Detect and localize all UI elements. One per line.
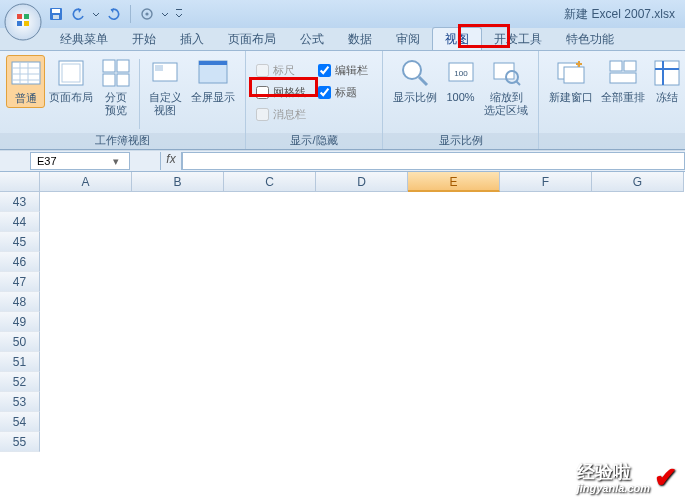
formula-bar[interactable] [182,152,685,170]
column-header-B[interactable]: B [132,172,224,192]
zoom-button[interactable]: 显示比例 [389,55,440,106]
row-cells[interactable] [40,292,685,312]
custom-views-button[interactable]: 自定义 视图 [144,55,187,118]
row-cells[interactable] [40,192,685,212]
freeze-panes-icon [651,57,683,89]
tab-special[interactable]: 特色功能 [554,28,626,50]
zoom-100-button[interactable]: 100 100% [440,55,480,106]
row-header[interactable]: 49 [0,312,40,332]
table-row: 51 [0,352,685,372]
tab-data[interactable]: 数据 [336,28,384,50]
separator [139,59,140,129]
tab-developer[interactable]: 开发工具 [482,28,554,50]
quick-access-toolbar [48,5,183,23]
message-bar-label: 消息栏 [273,107,306,122]
redo-icon[interactable] [106,6,122,22]
watermark-main: 经验啦 [577,462,631,482]
qat-customize-icon[interactable] [175,7,183,21]
fullscreen-icon [197,57,229,89]
svg-rect-32 [610,61,622,71]
headings-checkbox[interactable]: 标题 [318,83,372,101]
row-header[interactable]: 52 [0,372,40,392]
row-cells[interactable] [40,332,685,352]
custom-views-icon [149,57,181,89]
zoom-100-label: 100% [446,91,474,104]
gridlines-checkbox[interactable]: 网格线 [256,83,310,101]
row-header[interactable]: 54 [0,412,40,432]
row-header[interactable]: 47 [0,272,40,292]
row-cells[interactable] [40,432,685,452]
undo-dropdown-icon[interactable] [92,7,100,21]
normal-view-button[interactable]: 普通 [6,55,45,108]
save-icon[interactable] [48,6,64,22]
table-row: 43 [0,192,685,212]
chevron-down-icon[interactable]: ▾ [113,155,123,168]
new-window-button[interactable]: 新建窗口 [545,55,597,106]
rows-container: 43444546474849505152535455 [0,192,685,452]
tab-insert[interactable]: 插入 [168,28,216,50]
tab-classic-menu[interactable]: 经典菜单 [48,28,120,50]
svg-line-29 [516,81,520,85]
table-row: 46 [0,252,685,272]
name-box[interactable]: E37 ▾ [30,152,130,170]
tab-home[interactable]: 开始 [120,28,168,50]
row-cells[interactable] [40,412,685,432]
row-cells[interactable] [40,212,685,232]
arrange-all-label: 全部重排 [601,91,645,104]
fullscreen-button[interactable]: 全屏显示 [186,55,239,106]
row-header[interactable]: 48 [0,292,40,312]
svg-rect-31 [564,67,584,83]
row-header[interactable]: 43 [0,192,40,212]
arrange-all-button[interactable]: 全部重排 [597,55,649,106]
zoom-selection-button[interactable]: 缩放到 选定区域 [481,55,532,118]
tab-page-layout[interactable]: 页面布局 [216,28,288,50]
svg-point-23 [403,61,421,79]
row-header[interactable]: 51 [0,352,40,372]
row-cells[interactable] [40,272,685,292]
formula-bar-checkbox[interactable]: 编辑栏 [318,61,372,79]
page-layout-label: 页面布局 [49,91,93,104]
freeze-panes-label: 冻结 [656,91,678,104]
table-row: 45 [0,232,685,252]
svg-rect-16 [117,60,129,72]
row-header[interactable]: 45 [0,232,40,252]
row-cells[interactable] [40,352,685,372]
row-cells[interactable] [40,372,685,392]
column-header-E[interactable]: E [408,172,500,192]
fx-icon[interactable]: fx [160,152,182,170]
row-cells[interactable] [40,232,685,252]
freeze-panes-button[interactable]: 冻结 [649,55,685,106]
zoom-label: 显示比例 [393,91,437,104]
column-header-F[interactable]: F [500,172,592,192]
page-break-button[interactable]: 分页 预览 [98,55,135,118]
row-header[interactable]: 55 [0,432,40,452]
settings-icon[interactable] [139,6,155,22]
undo-icon[interactable] [70,6,86,22]
tab-view[interactable]: 视图 [432,27,482,50]
arrange-all-icon [607,57,639,89]
svg-rect-33 [624,61,636,71]
group-zoom-label: 显示比例 [383,133,538,149]
column-header-A[interactable]: A [40,172,132,192]
row-cells[interactable] [40,312,685,332]
row-header[interactable]: 46 [0,252,40,272]
tab-formulas[interactable]: 公式 [288,28,336,50]
page-layout-button[interactable]: 页面布局 [45,55,98,106]
row-cells[interactable] [40,252,685,272]
column-header-D[interactable]: D [316,172,408,192]
row-header[interactable]: 50 [0,332,40,352]
svg-rect-20 [155,65,163,71]
magnifier-icon [399,57,431,89]
column-header-G[interactable]: G [592,172,684,192]
group-workbook-views-label: 工作簿视图 [0,133,245,149]
table-row: 54 [0,412,685,432]
row-cells[interactable] [40,392,685,412]
row-header[interactable]: 44 [0,212,40,232]
tab-review[interactable]: 审阅 [384,28,432,50]
page-layout-icon [55,57,87,89]
select-all-corner[interactable] [0,172,40,192]
qat-dropdown-icon[interactable] [161,7,169,21]
column-header-C[interactable]: C [224,172,316,192]
row-header[interactable]: 53 [0,392,40,412]
office-button[interactable] [3,2,43,42]
